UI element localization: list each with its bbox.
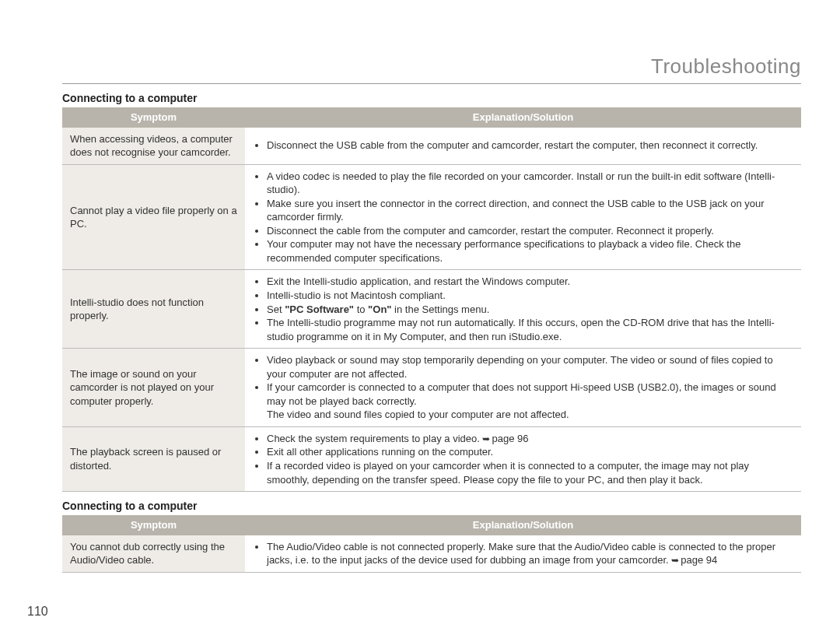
- manual-page: Troubleshooting Connecting to a computer…: [0, 0, 840, 642]
- table-row: Cannot play a video file properly on a P…: [62, 164, 801, 270]
- section-heading-1: Connecting to a computer: [62, 92, 801, 104]
- bullet: Exit all other applications running on t…: [267, 445, 793, 459]
- table-row: Intelli-studio does not function properl…: [62, 270, 801, 349]
- bullet: If your camcorder is connected to a comp…: [267, 381, 793, 408]
- bullet: Set "PC Software" to "On" in the Setting…: [267, 303, 793, 317]
- bullet: A video codec is needed to play the file…: [267, 170, 793, 197]
- col-symptom-header: Symptom: [62, 107, 245, 128]
- troubleshooting-table-1: Symptom Explanation/Solution When access…: [62, 107, 801, 492]
- col-solution-header: Explanation/Solution: [245, 515, 801, 535]
- bullet: Make sure you insert the connector in th…: [267, 197, 793, 224]
- page-number: 110: [27, 605, 48, 619]
- arrow-icon: [482, 433, 492, 444]
- table-row: You cannot dub correctly using the Audio…: [62, 535, 801, 573]
- page-ref: page 94: [681, 554, 717, 566]
- solution-cell: Check the system requirements to play a …: [245, 426, 801, 491]
- table-row: When accessing videos, a computer does n…: [62, 128, 801, 165]
- bullet: Video playback or sound may stop tempora…: [267, 353, 793, 381]
- table-row: The playback screen is paused or distort…: [62, 426, 801, 491]
- text: to: [354, 303, 368, 315]
- chapter-title: Troubleshooting: [62, 54, 801, 79]
- solution-cell: Disconnect the USB cable from the comput…: [245, 128, 801, 165]
- page-ref: page 96: [492, 433, 528, 444]
- bullet: Disconnect the USB cable from the comput…: [267, 139, 793, 153]
- solution-cell: Video playback or sound may stop tempora…: [245, 349, 801, 427]
- table-row: The image or sound on your camcorder is …: [62, 349, 801, 427]
- section-heading-2: Connecting to a computer: [62, 500, 801, 512]
- bullet: Intelli-studio is not Macintosh complian…: [267, 289, 793, 303]
- bullet: The Intelli-studio programme may not run…: [267, 316, 793, 343]
- title-rule: [62, 83, 801, 84]
- troubleshooting-table-2: Symptom Explanation/Solution You cannot …: [62, 515, 801, 573]
- text: in the Settings menu.: [392, 303, 490, 315]
- bold-text: "PC Software": [285, 303, 354, 315]
- text: Check the system requirements to play a …: [267, 433, 482, 444]
- bullet: Exit the Intelli-studio application, and…: [267, 275, 793, 289]
- symptom-cell: Cannot play a video file properly on a P…: [62, 164, 245, 270]
- bullet: The Audio/Video cable is not connected p…: [267, 540, 793, 567]
- symptom-cell: Intelli-studio does not function properl…: [62, 270, 245, 349]
- bullet: Check the system requirements to play a …: [267, 432, 793, 446]
- solution-cell: A video codec is needed to play the file…: [245, 164, 801, 270]
- symptom-cell: The playback screen is paused or distort…: [62, 426, 245, 491]
- symptom-cell: The image or sound on your camcorder is …: [62, 349, 245, 427]
- symptom-cell: You cannot dub correctly using the Audio…: [62, 535, 245, 573]
- bullet: If a recorded video is played on your ca…: [267, 459, 793, 486]
- bold-text: "On": [368, 303, 391, 315]
- symptom-cell: When accessing videos, a computer does n…: [62, 128, 245, 165]
- tail-text: The video and sound files copied to your…: [253, 408, 793, 422]
- bullet: Disconnect the cable from the computer a…: [267, 224, 793, 238]
- arrow-icon: [671, 554, 681, 566]
- col-symptom-header: Symptom: [62, 515, 245, 535]
- solution-cell: Exit the Intelli-studio application, and…: [245, 270, 801, 349]
- bullet: Your computer may not have the necessary…: [267, 237, 793, 265]
- col-solution-header: Explanation/Solution: [245, 107, 801, 128]
- text: Set: [267, 303, 285, 315]
- solution-cell: The Audio/Video cable is not connected p…: [245, 535, 801, 573]
